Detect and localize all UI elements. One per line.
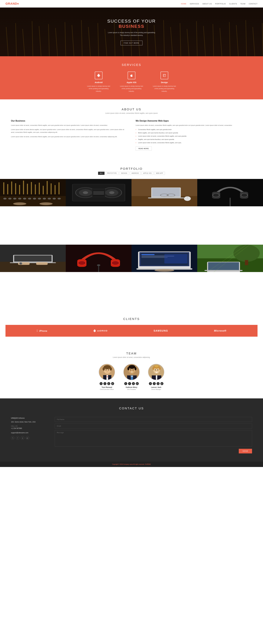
- pinterest-social-icon[interactable]: p: [21, 436, 24, 440]
- read-more-button[interactable]: READ MORE: [136, 146, 152, 150]
- about-section: ABOUT US Lorem ipsum dolor sit amet, con…: [0, 100, 263, 159]
- svg-rect-49: [59, 182, 60, 194]
- services-title: SERVICES: [6, 63, 257, 67]
- svg-line-12: [105, 29, 107, 56]
- svg-point-61: [58, 198, 61, 200]
- service-item-android: Android Lorem ipsum is simply dummy text…: [86, 72, 111, 92]
- design-icon: [161, 72, 168, 79]
- footer-highlight: OURENE: [145, 464, 151, 465]
- about-list-item: Lorem ipsum dolor sit amet, consectetur …: [136, 142, 252, 144]
- hero-subtitle: Lorem ipsum is simply dummy text of the …: [107, 31, 156, 37]
- contact-cols: UNIQUE Infoeve 104, Some street, New Yor…: [11, 417, 252, 454]
- contact-title: CONTACT US: [11, 406, 252, 410]
- svg-point-71: [109, 191, 114, 194]
- svg-point-57: [38, 198, 41, 200]
- filter-web-app[interactable]: WEB APP: [154, 172, 165, 175]
- nav-item-home[interactable]: HOME: [181, 2, 186, 5]
- facebook-icon[interactable]: f: [128, 382, 131, 385]
- googleplus-icon[interactable]: g+: [136, 382, 139, 385]
- hero-cta-button[interactable]: FIND OUT MORE: [121, 41, 142, 45]
- nav-item-portfolio[interactable]: PORTFOLIO: [215, 2, 226, 5]
- nav-item-team[interactable]: TEAM: [240, 2, 245, 5]
- stereo-svg: [66, 179, 132, 206]
- svg-rect-112: [141, 254, 154, 255]
- service-design-desc: Lorem ipsum is simply dummy text of the …: [152, 85, 177, 92]
- googleplus-icon[interactable]: g+: [160, 382, 163, 385]
- twitter-social-icon[interactable]: 𝕏: [11, 436, 15, 440]
- pinterest-icon[interactable]: p: [107, 382, 110, 385]
- about-webapps-intro: Lorem ipsum dolor sit amet, consectetur …: [136, 124, 252, 127]
- hero-content: SUCCESS OF YOUR BUSINESS Lorem ipsum is …: [107, 18, 156, 45]
- svg-rect-35: [3, 182, 4, 194]
- clients-logos-bar:  iPhone anDROID SAMSUNG Microsoft: [6, 325, 257, 337]
- svg-point-137: [108, 370, 109, 370]
- portfolio-item-8[interactable]: [197, 245, 263, 310]
- team-kathren-social: 𝕏 f p g+: [123, 382, 140, 385]
- portfolio-item-4[interactable]: [197, 179, 263, 245]
- svg-rect-75: [93, 193, 104, 193]
- portfolio-item-6[interactable]: [66, 245, 132, 310]
- headphones-red-svg: [66, 245, 132, 272]
- svg-point-133: [110, 367, 112, 370]
- contact-email-input[interactable]: [55, 424, 252, 428]
- team-tom-social: 𝕏 f p g+: [99, 382, 115, 385]
- portfolio-item-2[interactable]: [66, 179, 132, 245]
- nav-item-services[interactable]: SERVICES: [190, 2, 199, 5]
- svg-point-51: [8, 198, 12, 200]
- team-member-kathren: 𝕏 f p g+ Kathren Mory Vice President: [123, 364, 140, 390]
- team-member-lancer: 𝕏 f p g+ Lancer Jack Senior Manager: [148, 364, 164, 390]
- team-kathren-role: Vice President: [123, 389, 140, 390]
- clients-section: CLIENTS  iPhone anDROID SAMSUNG Microso…: [0, 310, 263, 344]
- googleplus-social-icon[interactable]: g+: [26, 436, 29, 440]
- svg-rect-38: [15, 183, 16, 194]
- portfolio-item-1[interactable]: [0, 179, 66, 245]
- contact-message-input[interactable]: [55, 430, 252, 446]
- hero-title: SUCCESS OF YOUR BUSINESS: [107, 18, 156, 29]
- contact-send-button[interactable]: SEND: [239, 449, 252, 454]
- svg-point-63: [40, 202, 53, 205]
- filter-apple-ios[interactable]: APPLE IOS: [141, 172, 153, 175]
- svg-line-28: [236, 25, 238, 56]
- brand-logo[interactable]: GRAND♦: [6, 2, 19, 6]
- team-lancer-social: 𝕏 f p g+: [148, 382, 164, 385]
- pinterest-icon[interactable]: p: [157, 382, 160, 385]
- service-apple-desc: Lorem ipsum is simply dummy text of the …: [119, 85, 144, 92]
- facebook-icon[interactable]: f: [103, 382, 106, 385]
- svg-line-1: [16, 23, 17, 56]
- nav-menu: HOME SERVICES ABOUT US PORTFOLIO CLIENTS…: [181, 2, 257, 5]
- pinterest-icon[interactable]: p: [132, 382, 135, 385]
- svg-rect-163: [155, 372, 158, 372]
- team-lancer-name: Lancer Jack: [148, 386, 164, 388]
- portfolio-item-3[interactable]: [132, 179, 197, 245]
- twitter-icon[interactable]: 𝕏: [124, 382, 127, 385]
- team-kathren-name: Kathren Mory: [123, 386, 140, 388]
- filter-design[interactable]: DESIGN: [119, 172, 129, 175]
- svg-rect-150: [131, 372, 133, 372]
- filter-prototype[interactable]: PROTOTYPE: [105, 172, 119, 175]
- svg-line-6: [56, 28, 58, 56]
- portfolio-item-7[interactable]: [132, 245, 197, 310]
- svg-rect-36: [7, 184, 8, 194]
- svg-point-92: [241, 194, 247, 197]
- android-logo-icon: [93, 330, 96, 332]
- facebook-social-icon[interactable]: f: [16, 436, 20, 440]
- client-android: anDROID: [93, 330, 108, 332]
- contact-email: support@sitename.com: [11, 432, 47, 434]
- filter-all[interactable]: ALL: [98, 172, 105, 175]
- svg-line-19: [164, 20, 164, 56]
- team-title: TEAM: [6, 352, 257, 355]
- nav-item-contact[interactable]: CONTACT: [249, 2, 257, 5]
- googleplus-icon[interactable]: g+: [111, 382, 114, 385]
- filter-android[interactable]: ANDROID: [130, 172, 141, 175]
- twitter-icon[interactable]: 𝕏: [100, 382, 103, 385]
- svg-rect-114: [141, 257, 168, 258]
- svg-point-105: [78, 261, 86, 265]
- nav-item-clients[interactable]: CLIENTS: [229, 2, 237, 5]
- svg-line-7: [65, 22, 66, 56]
- facebook-icon[interactable]: f: [153, 382, 156, 385]
- twitter-icon[interactable]: 𝕏: [149, 382, 152, 385]
- svg-rect-32: [163, 74, 166, 77]
- portfolio-item-5[interactable]: [0, 245, 66, 310]
- nav-item-about[interactable]: ABOUT US: [202, 2, 212, 5]
- contact-name-input[interactable]: [55, 417, 252, 422]
